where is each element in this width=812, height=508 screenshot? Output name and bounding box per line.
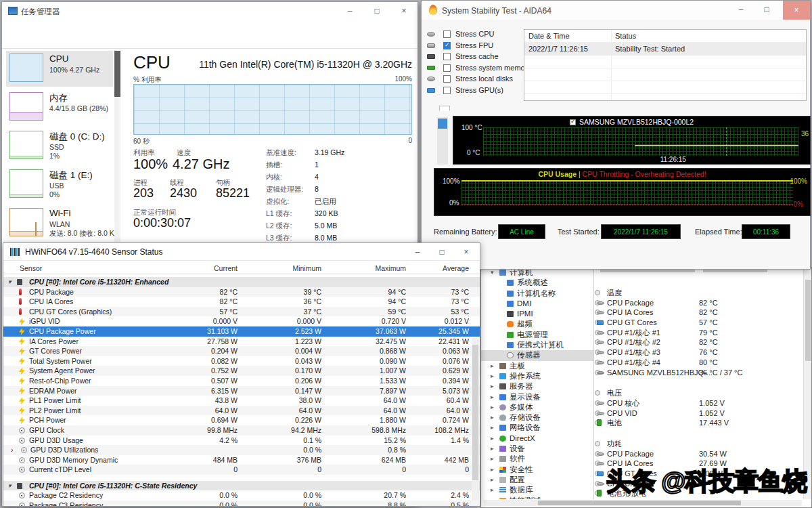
table-row[interactable]: GPU D3D Utilizations 0.0 % 0.8 %: [3, 445, 480, 455]
tree-item[interactable]: 系统概述: [481, 278, 593, 288]
table-row[interactable]: CPU Package 82 °C 39 °C 94 °C 73 °C: [3, 287, 480, 297]
tree-item[interactable]: 便携式计算机: [481, 340, 593, 350]
table-row[interactable]: CPU [#0]: Intel Core i5-11320H: C-State …: [3, 481, 480, 491]
tree-item[interactable]: DMI: [481, 299, 593, 309]
tree-item[interactable]: 主板: [481, 361, 593, 371]
legend-checkbox[interactable]: [570, 119, 576, 125]
tree-item[interactable]: 性能测试: [481, 496, 593, 499]
table-row[interactable]: CPU GT Cores (Graphics) 57 °C 37 °C 59 °…: [3, 307, 480, 317]
chevron-right-icon[interactable]: [491, 392, 494, 402]
chevron-right-icon[interactable]: [491, 475, 494, 485]
titlebar[interactable]: System Stability Test - AIDA64 – □ ×: [422, 1, 810, 20]
checkbox[interactable]: [443, 53, 451, 60]
tab[interactable]: [39, 37, 51, 41]
table-row[interactable]: Package C3 Residency 0.0 % 0.0 % 8.8 % 0…: [3, 501, 480, 506]
expand-arrow-icon[interactable]: [11, 445, 14, 455]
close-button[interactable]: ×: [783, 1, 810, 20]
tree-item[interactable]: 配置: [481, 475, 593, 485]
chevron-right-icon[interactable]: [491, 444, 494, 454]
tree-item[interactable]: 数据库: [481, 485, 593, 495]
tab[interactable]: [26, 37, 39, 41]
tree-item[interactable]: 显示设备: [481, 392, 593, 402]
tree-item[interactable]: 安全性: [481, 465, 593, 475]
tree-item[interactable]: 超频: [481, 319, 593, 329]
chevron-right-icon[interactable]: [491, 361, 494, 371]
close-button[interactable]: ×: [453, 243, 480, 261]
table-row[interactable]: PL2 Power Limit 64.0 W 64.0 W 64.0 W 64.…: [3, 406, 480, 416]
column-header[interactable]: Average: [415, 264, 469, 272]
tree-item[interactable]: 操作系统: [481, 371, 593, 381]
table-row[interactable]: PCH Power 0.694 W 0.226 W 1.880 W 0.724 …: [3, 415, 480, 425]
tab[interactable]: [51, 37, 63, 41]
tree-item[interactable]: 多媒体: [481, 402, 593, 412]
tab[interactable]: [482, 106, 493, 111]
scrollbar-thumb[interactable]: [805, 280, 811, 361]
tree-item[interactable]: 设备: [481, 444, 593, 454]
column-header[interactable]: Current: [183, 264, 238, 272]
table-row[interactable]: CPU [#0]: Intel Core i5-11320H: Enhanced: [3, 277, 480, 287]
sidebar-item[interactable]: 磁盘 0 (C: D:) SSD 1%: [6, 128, 113, 164]
table-row[interactable]: Rest-of-Chip Power 0.507 W 0.206 W 1.533…: [3, 376, 480, 386]
table-row[interactable]: GPU Clock 99.8 MHz 94.2 MHz 598.8 MHz 10…: [3, 425, 480, 436]
maximize-button[interactable]: □: [428, 243, 455, 261]
collapse-arrow-icon[interactable]: [8, 481, 12, 491]
table-row[interactable]: [3, 475, 480, 481]
chevron-right-icon[interactable]: [491, 465, 494, 475]
tree-item[interactable]: DirectX: [481, 433, 593, 444]
chevron-right-icon[interactable]: [491, 485, 494, 495]
test-log-table[interactable]: Date & Time Status 2022/1/7 11:26:15 Sta…: [524, 29, 807, 101]
tab[interactable]: [14, 37, 26, 41]
chevron-right-icon[interactable]: [491, 454, 494, 464]
tree-item[interactable]: 存储设备: [481, 412, 593, 423]
tree-item[interactable]: 计算机名称: [481, 289, 593, 299]
tree-item[interactable]: 网络设备: [481, 423, 593, 433]
table-row[interactable]: CPU IA Cores 82 °C 36 °C 94 °C 73 °C: [3, 297, 480, 307]
chevron-right-icon[interactable]: [491, 412, 494, 423]
tab[interactable]: [75, 37, 87, 41]
chevron-right-icon[interactable]: [491, 402, 494, 412]
table-row[interactable]: GPU D3D Usage 4.2 % 0.1 % 15.2 % 1.4 %: [3, 436, 480, 446]
table-row[interactable]: IA Cores Power 27.758 W 1.223 W 32.475 W…: [3, 337, 480, 347]
maximize-button[interactable]: □: [363, 2, 390, 20]
menu-item[interactable]: [16, 23, 29, 27]
column-header[interactable]: Sensor: [20, 264, 42, 272]
tree-item[interactable]: IPMI: [481, 309, 593, 319]
titlebar[interactable]: HWiNFO64 v7.15-4640 Sensor Status – □ ×: [3, 243, 480, 261]
checkbox[interactable]: [443, 64, 451, 72]
vertical-scrollbar[interactable]: [472, 338, 479, 501]
collapse-arrow-icon[interactable]: [8, 277, 12, 287]
log-row[interactable]: 2022/1/7 11:26:15 Stability Test: Starte…: [524, 43, 806, 56]
sidebar-item[interactable]: CPU 100% 4.27 GHz: [6, 51, 113, 87]
chevron-right-icon[interactable]: [491, 423, 494, 433]
tab[interactable]: [439, 106, 450, 111]
table-row[interactable]: GPU D3D Memory Dynamic 484 MB 376 MB 624…: [3, 455, 480, 465]
tree-item[interactable]: 传感器: [481, 350, 593, 360]
graph-scrollbar[interactable]: [437, 117, 448, 165]
sidebar-item[interactable]: 内存 4.4/15.8 GB (28%): [6, 89, 113, 125]
menu-item[interactable]: [29, 23, 43, 27]
chevron-right-icon[interactable]: [491, 496, 494, 499]
chevron-right-icon[interactable]: [491, 433, 494, 444]
tab[interactable]: [2, 37, 14, 41]
checkbox[interactable]: [443, 42, 451, 49]
menu-item[interactable]: [2, 23, 16, 27]
table-row[interactable]: GT Cores Power 0.204 W 0.004 W 0.868 W 0…: [3, 346, 480, 356]
scrollbar-thumb[interactable]: [438, 119, 447, 129]
tab[interactable]: [493, 106, 504, 111]
table-row[interactable]: PL1 Power Limit 43.8 W 38.0 W 64.0 W 60.…: [3, 396, 480, 406]
tree-item[interactable]: 软件: [481, 454, 593, 464]
tree-item[interactable]: 电源管理: [481, 330, 593, 340]
table-row[interactable]: Total System Power 0.082 W 0.043 W 0.090…: [3, 356, 480, 366]
minimize-button[interactable]: –: [336, 2, 363, 20]
checkbox[interactable]: [443, 30, 451, 38]
sidebar-item[interactable]: 磁盘 1 (E:) USB 0%: [6, 167, 113, 203]
tab[interactable]: [461, 106, 472, 111]
table-row[interactable]: EDRAM Power 6.315 W 0.147 W 7.897 W 5.07…: [3, 386, 480, 396]
checkbox[interactable]: [443, 75, 451, 83]
table-row[interactable]: iGPU VID 0.000 V 0.000 V 0.720 V 0.012 V: [3, 316, 480, 326]
tab[interactable]: [450, 106, 461, 111]
titlebar[interactable]: 任务管理器 – □ ×: [2, 2, 418, 20]
minimize-button[interactable]: –: [727, 1, 754, 18]
scrollbar-thumb[interactable]: [114, 51, 120, 97]
column-header[interactable]: Minimum: [267, 264, 321, 272]
